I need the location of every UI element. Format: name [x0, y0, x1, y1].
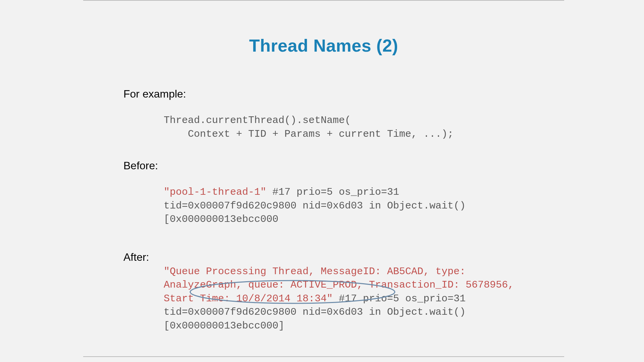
slide-content: For example: Thread.currentThread().setN… [123, 88, 526, 333]
code-example: Thread.currentThread().setName( Context … [164, 114, 526, 141]
divider-bottom [83, 356, 564, 357]
thread-name-after-line1: "Queue Processing Thread, MessageID: AB5… [164, 266, 466, 277]
slide-title: Thread Names (2) [83, 36, 564, 56]
code-text: #17 prio=5 os_prio=31 [333, 293, 466, 304]
thread-name-after-line3: Start Time: 10/8/2014 18:34" [164, 293, 333, 304]
code-text: #17 prio=5 os_prio=31 [266, 186, 399, 198]
code-line: Thread.currentThread().setName( [164, 115, 351, 126]
code-line: [0x000000013ebcc000 [164, 214, 278, 225]
code-line: tid=0x00007f9d620c9800 nid=0x6d03 in Obj… [164, 200, 466, 212]
code-before: "pool-1-thread-1" #17 prio=5 os_prio=31 … [164, 185, 526, 226]
thread-name-after-line2: AnalyzeGraph, queue: ACTIVE_PROD, Transa… [164, 279, 514, 291]
thread-name-before: "pool-1-thread-1" [164, 186, 266, 198]
label-before: Before: [123, 160, 526, 172]
code-line: [0x000000013ebcc000] [164, 320, 284, 331]
code-line: Context + TID + Params + current Time, .… [164, 128, 453, 140]
code-line: tid=0x00007f9d620c9800 nid=0x6d03 in Obj… [164, 306, 466, 318]
slide-canvas: Thread Names (2) For example: Thread.cur… [83, 0, 564, 362]
label-after: After: [123, 251, 526, 263]
label-for-example: For example: [123, 88, 526, 100]
code-after: "Queue Processing Thread, MessageID: AB5… [164, 265, 526, 333]
